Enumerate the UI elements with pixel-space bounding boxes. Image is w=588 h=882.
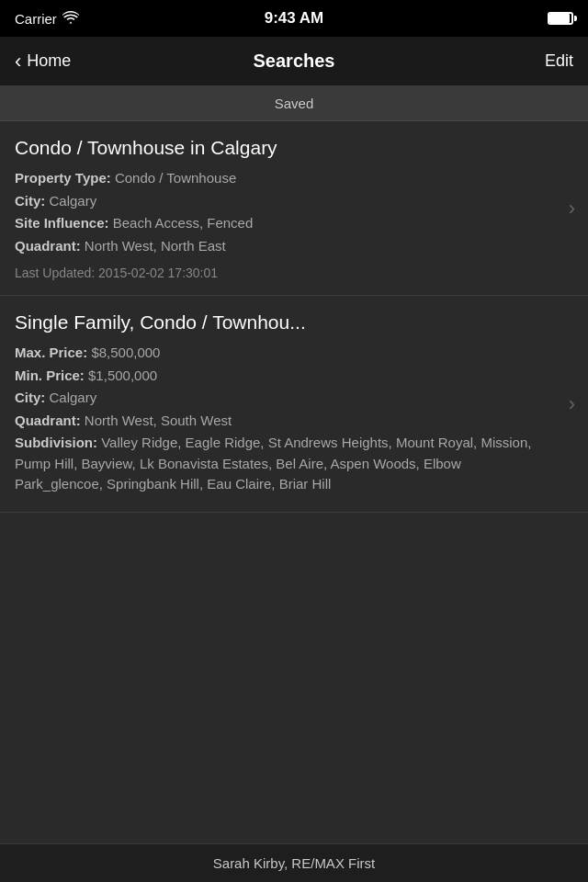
search-list: Condo / Townhouse in Calgary Property Ty… [0, 121, 588, 513]
detail-value: Condo / Townhouse [115, 170, 236, 186]
battery-indicator [548, 12, 573, 25]
list-item-detail: City: Calgary [15, 388, 546, 409]
list-item-detail: Max. Price: $8,500,000 [15, 343, 546, 364]
detail-value: Calgary [50, 193, 97, 209]
list-item-detail: City: Calgary [15, 191, 546, 212]
status-bar: Carrier 9:43 AM [0, 0, 588, 37]
detail-value: Calgary [50, 390, 97, 405]
list-item-content: Single Family, Condo / Townhou... Max. P… [15, 311, 573, 497]
status-time: 9:43 AM [265, 9, 324, 28]
back-button[interactable]: ‹ Home [15, 50, 71, 74]
detail-label: Quadrant: [15, 238, 81, 254]
section-header: Saved [0, 86, 588, 121]
list-item-content: Condo / Townhouse in Calgary Property Ty… [15, 136, 573, 280]
list-item-detail: Site Influence: Beach Access, Fenced [15, 213, 546, 234]
list-item-chevron-icon: › [569, 197, 575, 220]
detail-label: Property Type: [15, 170, 111, 186]
detail-value: $8,500,000 [91, 345, 160, 360]
list-item-detail: Min. Price: $1,500,000 [15, 366, 546, 387]
detail-label: Min. Price: [15, 368, 85, 383]
list-item-title: Single Family, Condo / Townhou... [15, 311, 546, 334]
detail-value: $1,500,000 [88, 368, 157, 383]
detail-value: North West, North East [85, 238, 226, 254]
agent-name: Sarah Kirby, RE/MAX First [213, 855, 375, 871]
list-item-detail: Quadrant: North West, South West [15, 411, 546, 432]
back-label: Home [27, 51, 71, 71]
list-item-detail: Quadrant: North West, North East [15, 236, 546, 257]
list-item[interactable]: Condo / Townhouse in Calgary Property Ty… [0, 121, 588, 296]
detail-label: Quadrant: [15, 413, 81, 428]
list-item-chevron-icon: › [569, 392, 575, 416]
list-item-detail: Property Type: Condo / Townhouse [15, 168, 546, 189]
detail-label: City: [15, 390, 45, 405]
battery-fill [549, 14, 570, 23]
page-title: Searches [254, 51, 335, 72]
detail-label: City: [15, 193, 45, 209]
battery-icon [548, 12, 573, 25]
detail-value: Beach Access, Fenced [113, 215, 254, 231]
detail-label: Max. Price: [15, 345, 87, 360]
edit-button[interactable]: Edit [545, 51, 573, 71]
detail-value: North West, South West [85, 413, 232, 428]
carrier-wifi: Carrier [15, 11, 79, 27]
back-chevron-icon: ‹ [15, 50, 21, 74]
list-item-title: Condo / Townhouse in Calgary [15, 136, 546, 159]
list-item[interactable]: Single Family, Condo / Townhou... Max. P… [0, 296, 588, 513]
detail-label: Subdivision: [15, 435, 97, 450]
wifi-icon [62, 11, 79, 27]
last-updated: Last Updated: 2015-02-02 17:30:01 [15, 266, 546, 280]
navigation-bar: ‹ Home Searches Edit [0, 37, 588, 86]
detail-label: Site Influence: [15, 215, 109, 231]
carrier-label: Carrier [15, 11, 57, 27]
footer: Sarah Kirby, RE/MAX First [0, 843, 588, 882]
list-item-detail: Subdivision: Valley Ridge, Eagle Ridge, … [15, 433, 546, 495]
